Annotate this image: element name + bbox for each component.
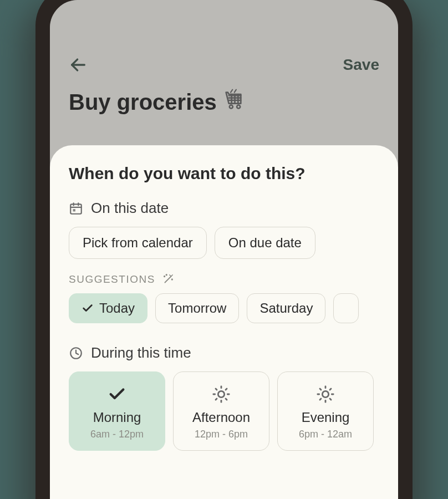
magic-wand-icon — [162, 273, 174, 286]
svg-line-25 — [216, 399, 217, 400]
suggestion-chip-tomorrow[interactable]: Tomorrow — [155, 293, 239, 323]
time-card-label: Evening — [302, 410, 350, 425]
phone-screen: Save Buy groceries — [50, 0, 398, 499]
pick-from-calendar-button[interactable]: Pick from calendar — [69, 227, 207, 259]
sheet-title: When do you want to do this? — [69, 164, 398, 183]
time-option-row: Morning 6am - 12pm Afternoon 12pm - 6pm … — [69, 371, 398, 451]
task-title: Buy groceries — [69, 89, 379, 116]
check-icon — [108, 383, 126, 405]
suggestion-chip-label: Tomorrow — [168, 301, 226, 316]
svg-rect-13 — [73, 209, 75, 211]
time-card-morning[interactable]: Morning 6am - 12pm — [69, 371, 165, 451]
suggestion-chip-today[interactable]: Today — [69, 293, 147, 323]
svg-line-34 — [320, 399, 321, 400]
date-section-label: On this date — [91, 200, 169, 217]
topbar: Save — [69, 55, 379, 74]
svg-line-21 — [216, 389, 217, 390]
sun-icon — [212, 383, 231, 405]
svg-line-30 — [320, 389, 321, 390]
svg-line-35 — [330, 389, 331, 390]
check-icon — [82, 302, 94, 314]
suggestion-chip-saturday[interactable]: Saturday — [247, 293, 325, 323]
save-button[interactable]: Save — [343, 56, 379, 74]
clock-icon — [69, 346, 83, 360]
svg-point-15 — [166, 274, 166, 275]
time-card-label: Afternoon — [192, 410, 250, 425]
svg-line-26 — [226, 389, 227, 390]
svg-point-16 — [171, 279, 172, 279]
time-card-range: 12pm - 6pm — [195, 429, 248, 440]
time-section-header: During this time — [69, 344, 398, 361]
svg-rect-9 — [70, 204, 82, 213]
time-card-afternoon[interactable]: Afternoon 12pm - 6pm — [173, 371, 269, 451]
back-button[interactable] — [69, 55, 88, 74]
phone-frame: Save Buy groceries — [35, 0, 413, 499]
date-option-row: Pick from calendar On due date — [69, 227, 398, 259]
suggestion-chip-more[interactable] — [333, 293, 359, 323]
suggestions-label: SUGGESTIONS — [69, 273, 155, 286]
date-section-header: On this date — [69, 200, 398, 217]
suggestions-header: SUGGESTIONS — [69, 273, 398, 286]
suggestion-chip-label: Saturday — [259, 301, 313, 316]
svg-point-18 — [218, 391, 224, 397]
suggestion-chip-label: Today — [99, 301, 135, 316]
time-card-label: Morning — [93, 410, 141, 425]
time-card-evening[interactable]: Evening 6pm - 12am — [277, 371, 374, 451]
on-due-date-button[interactable]: On due date — [215, 227, 315, 259]
schedule-sheet: When do you want to do this? On this dat… — [50, 145, 398, 499]
svg-line-31 — [330, 399, 331, 400]
svg-point-27 — [322, 391, 328, 397]
arrow-left-icon — [69, 55, 88, 74]
shopping-cart-icon — [222, 89, 245, 116]
svg-point-8 — [237, 105, 240, 109]
svg-line-22 — [226, 399, 227, 400]
svg-point-7 — [230, 105, 233, 109]
calendar-icon — [69, 201, 83, 216]
time-card-range: 6am - 12pm — [90, 429, 144, 440]
task-title-text: Buy groceries — [69, 90, 217, 115]
time-card-range: 6pm - 12am — [299, 429, 352, 440]
svg-point-14 — [164, 276, 165, 277]
time-section-label: During this time — [91, 344, 191, 361]
suggestion-chip-row: Today Tomorrow Saturday — [69, 293, 398, 323]
sun-icon — [316, 383, 335, 405]
